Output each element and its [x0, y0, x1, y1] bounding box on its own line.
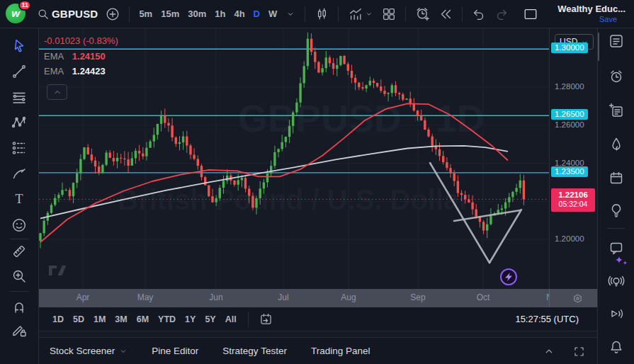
- price-tick: 1.28000: [555, 82, 584, 91]
- tf-15m[interactable]: 15m: [157, 6, 183, 22]
- watchlist-button[interactable]: [605, 30, 628, 52]
- go-to-date-button[interactable]: [255, 309, 277, 330]
- broker-logo[interactable]: w 11: [6, 4, 27, 25]
- tradingview-app: w 11 GBPUSD 5m 15m 30m 1h 4h D W: [0, 0, 634, 364]
- svg-text:GBPUSD · 1D: GBPUSD · 1D: [238, 97, 485, 140]
- account-name[interactable]: Wealthy Educ...: [557, 4, 625, 14]
- indicators-button[interactable]: [344, 4, 378, 25]
- timeframe-menu-button[interactable]: [281, 4, 300, 25]
- time-tick: Oct: [477, 292, 490, 302]
- tab-trading-panel[interactable]: Trading Panel: [311, 346, 370, 356]
- tab-stock-screener[interactable]: Stock Screener: [50, 346, 128, 356]
- calendar-arrow-icon: [259, 312, 273, 326]
- layout-grid-button[interactable]: [378, 4, 400, 25]
- lock-drawings-button[interactable]: [7, 318, 31, 342]
- tradingview-logo[interactable]: [47, 263, 72, 278]
- range-3m[interactable]: 3M: [111, 312, 131, 326]
- range-5d[interactable]: 5D: [69, 312, 89, 326]
- range-1d[interactable]: 1D: [48, 312, 68, 326]
- range-1y[interactable]: 1Y: [181, 312, 200, 326]
- cursor-tool-button[interactable]: [7, 34, 31, 58]
- time-axis[interactable]: AprMayJunJulAugSepOctNov: [39, 289, 597, 307]
- range-all[interactable]: All: [221, 312, 241, 326]
- redo-icon: [494, 6, 509, 22]
- forecast-icon: [11, 140, 28, 157]
- legend-collapse-button[interactable]: [47, 84, 67, 100]
- range-5y[interactable]: 5Y: [200, 312, 220, 326]
- xabcd-pattern-icon: [11, 114, 28, 131]
- replay-rewind-icon: [438, 6, 453, 22]
- chat-button[interactable]: [605, 237, 628, 259]
- create-alert-button[interactable]: [411, 4, 434, 25]
- sidebar-divider: [607, 228, 625, 229]
- redo-button[interactable]: [490, 4, 513, 25]
- hotlists-button[interactable]: [605, 133, 628, 156]
- trend-line-icon: [11, 63, 28, 80]
- brush-icon: [11, 165, 28, 182]
- watchlist-icon: [608, 33, 625, 50]
- price-axis[interactable]: USD 1.280001.260001.240001.200001.300001…: [549, 28, 597, 289]
- zoom-tool-button[interactable]: [7, 264, 31, 288]
- streams-button[interactable]: [605, 302, 628, 325]
- range-1m[interactable]: 1M: [89, 312, 110, 326]
- panel-maximize-button[interactable]: [569, 341, 589, 361]
- time-tick: Jun: [209, 292, 222, 302]
- tf-5m[interactable]: 5m: [135, 6, 157, 22]
- calendar-icon: [608, 169, 625, 186]
- tab-pine-editor[interactable]: Pine Editor: [152, 346, 198, 356]
- fullscreen-button[interactable]: [519, 4, 543, 25]
- toolbar-divider: [338, 6, 339, 22]
- tf-30m[interactable]: 30m: [183, 6, 210, 22]
- fib-retracement-tool-button[interactable]: [7, 86, 31, 110]
- tf-1w[interactable]: W: [264, 6, 281, 22]
- candlestick-chart: GBPUSD · 1DBritish Pound / U.S. Dollar: [39, 28, 549, 289]
- journal-plus-icon: [608, 102, 625, 119]
- bottom-panel: Stock Screener Pine Editor Strategy Test…: [39, 337, 597, 364]
- range-ytd[interactable]: YTD: [154, 312, 180, 326]
- symbol-search-button[interactable]: GBPUSD: [33, 4, 101, 25]
- square-outline-icon: [522, 6, 539, 22]
- range-toolbar: 1D 5D 1M 3M 6M YTD 1Y 5Y All 15:27:55 (U…: [39, 307, 597, 331]
- calendar-button[interactable]: [605, 166, 628, 189]
- live-ideas-button[interactable]: [605, 270, 628, 292]
- ideas-button[interactable]: [605, 199, 628, 222]
- news-button[interactable]: [605, 99, 628, 122]
- pattern-tool-button[interactable]: [7, 110, 31, 135]
- plus-circle-icon: [105, 6, 120, 22]
- brush-tool-button[interactable]: [7, 161, 31, 186]
- lightbulb-icon: [608, 202, 625, 219]
- chart-main-region: GBPUSD · 1DBritish Pound / U.S. Dollar -…: [39, 28, 597, 364]
- bar-replay-button[interactable]: [434, 4, 457, 25]
- chart-pane[interactable]: GBPUSD · 1DBritish Pound / U.S. Dollar: [39, 28, 549, 289]
- zoom-in-icon: [11, 268, 28, 285]
- tf-4h[interactable]: 4h: [230, 6, 249, 22]
- text-tool-button[interactable]: T: [7, 187, 31, 211]
- tab-strategy-tester[interactable]: Strategy Tester: [222, 346, 287, 356]
- flame-icon: [608, 136, 625, 153]
- magnet-mode-button[interactable]: [7, 295, 31, 319]
- tf-1d[interactable]: D: [249, 6, 264, 22]
- indicators-icon: [347, 6, 364, 22]
- trend-line-tool-button[interactable]: [7, 59, 31, 84]
- ruler-icon: [11, 243, 28, 260]
- save-layout-button[interactable]: Save: [599, 15, 617, 23]
- undo-button[interactable]: [468, 4, 490, 25]
- chevron-up-icon: [543, 345, 555, 358]
- price-tick: 1.26000: [555, 120, 584, 129]
- play-waves-icon: [608, 305, 625, 322]
- prediction-tool-button[interactable]: [7, 136, 31, 160]
- notifications-button[interactable]: [605, 336, 628, 358]
- session-clock[interactable]: 15:27:55 (UTC): [515, 314, 579, 324]
- tf-1h[interactable]: 1h: [210, 6, 230, 22]
- tradingview-logo-mark: [47, 263, 72, 278]
- time-tick: Sep: [410, 292, 425, 302]
- text-icon: T: [11, 190, 28, 207]
- panel-expand-button[interactable]: [539, 341, 559, 361]
- measure-tool-button[interactable]: [7, 239, 31, 263]
- chart-style-button[interactable]: [310, 4, 333, 25]
- compare-add-button[interactable]: [101, 4, 124, 25]
- range-6m[interactable]: 6M: [132, 312, 153, 326]
- alerts-button[interactable]: [605, 65, 628, 88]
- axis-settings-button[interactable]: [568, 290, 587, 306]
- emoji-tool-button[interactable]: [7, 213, 31, 237]
